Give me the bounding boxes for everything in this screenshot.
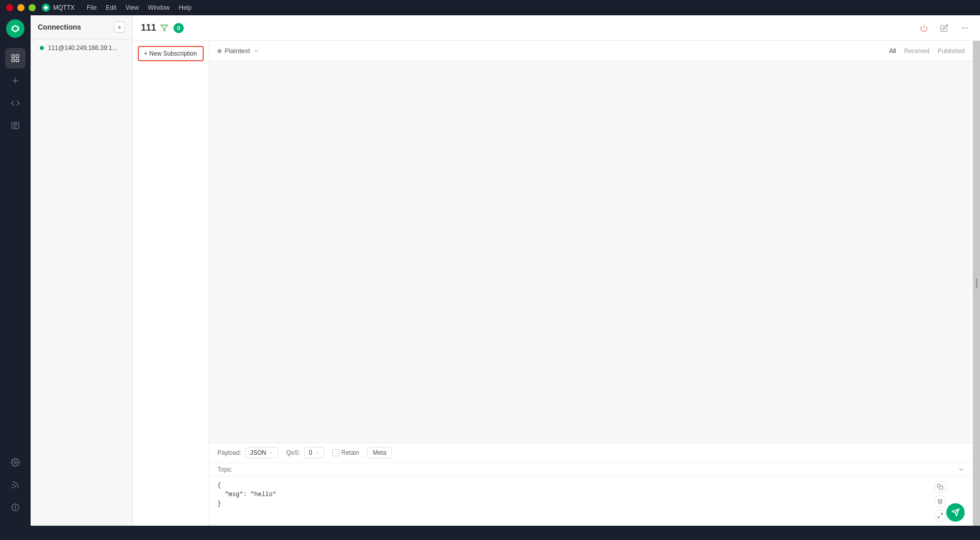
plaintext-selector[interactable]: Plaintext [217, 47, 259, 55]
topbar-actions [917, 21, 972, 35]
connections-panel: Connections + 111@140.249.186.39:1... [31, 15, 133, 526]
sidebar-settings-btn[interactable] [5, 452, 26, 473]
qos-value: 0 [309, 449, 312, 456]
menu-help[interactable]: Help [175, 3, 196, 12]
app-title: MQTTX [53, 4, 75, 11]
sidebar-add-btn[interactable] [5, 70, 26, 91]
sidebar-script-btn[interactable] [5, 93, 26, 113]
retain-checkbox-area: Retain [332, 449, 359, 456]
svg-rect-2 [12, 59, 14, 62]
logo-button[interactable] [6, 19, 24, 38]
right-panel-toggle[interactable] [973, 41, 980, 526]
svg-line-21 [938, 516, 940, 518]
minimize-button[interactable] [17, 4, 24, 11]
svg-rect-19 [940, 486, 943, 490]
maximize-button[interactable] [29, 4, 36, 11]
connections-title: Connections [38, 23, 81, 31]
qos-chevron-icon [314, 450, 320, 455]
qos-label: QoS: [286, 449, 300, 456]
messages-filter: All Received Published [889, 47, 965, 55]
sidebar-feed-btn[interactable] [5, 475, 26, 495]
message-area: + New Subscription Plaintext All Receive… [133, 41, 980, 526]
connection-title: 111 [141, 22, 156, 33]
more-options-button[interactable] [958, 21, 972, 35]
plaintext-chevron-icon [253, 48, 259, 54]
qos-selector[interactable]: 0 [304, 447, 324, 458]
menu-window[interactable]: Window [144, 3, 174, 12]
svg-point-11 [12, 487, 13, 488]
menu-edit[interactable]: Edit [102, 3, 120, 12]
plaintext-status-dot [217, 49, 222, 53]
payload-type-chevron-icon [268, 450, 274, 455]
messages-body [209, 61, 973, 443]
message-count-badge: 0 [174, 23, 184, 33]
content-topbar: 111 0 [133, 15, 980, 41]
compose-toolbar: Payload: JSON QoS: 0 [209, 443, 973, 463]
payload-type-value: JSON [250, 449, 266, 456]
svg-line-20 [941, 513, 943, 516]
meta-button[interactable]: Meta [367, 447, 392, 458]
filter-received[interactable]: Received [904, 47, 929, 55]
filter-published[interactable]: Published [938, 47, 965, 55]
compose-body-row [209, 477, 973, 526]
connections-header: Connections + [31, 15, 132, 39]
plaintext-label-text: Plaintext [225, 47, 250, 55]
payload-label: Payload: [217, 449, 241, 456]
disconnect-button[interactable] [917, 21, 931, 35]
clear-button[interactable] [934, 495, 946, 507]
subscriptions-panel: + New Subscription [133, 41, 209, 526]
expand-button[interactable] [934, 509, 946, 522]
message-input[interactable] [217, 481, 930, 508]
titlebar: MQTTX File Edit View Window Help [0, 0, 980, 15]
icon-sidebar [0, 15, 31, 526]
payload-type-selector[interactable]: JSON [246, 447, 278, 458]
sidebar-log-btn[interactable] [5, 115, 26, 136]
compose-body-actions [934, 481, 946, 522]
bottom-bar [0, 526, 980, 540]
filter-icon[interactable] [160, 24, 168, 32]
sidebar-connections-btn[interactable] [5, 48, 26, 68]
copy-button[interactable] [934, 481, 946, 493]
svg-rect-1 [16, 55, 19, 57]
sidebar-info-btn[interactable] [5, 497, 26, 518]
topic-input[interactable] [217, 466, 958, 473]
content-area: 111 0 [133, 15, 980, 526]
messages-panel: Plaintext All Received Published [209, 41, 973, 526]
svg-point-17 [964, 27, 966, 29]
svg-point-16 [962, 27, 963, 29]
connection-name: 111@140.249.186.39:1... [48, 44, 117, 52]
filter-all[interactable]: All [889, 47, 896, 55]
compose-topic-row [209, 463, 973, 477]
add-connection-button[interactable]: + [114, 21, 125, 33]
send-button[interactable] [946, 503, 965, 522]
app-logo [42, 4, 50, 12]
svg-point-18 [966, 27, 968, 29]
new-subscription-button[interactable]: + New Subscription [138, 46, 204, 61]
menu-file[interactable]: File [83, 3, 101, 12]
connection-status-dot [40, 46, 44, 50]
retain-checkbox[interactable] [332, 449, 339, 456]
menu-bar: File Edit View Window Help [83, 3, 195, 12]
edit-connection-button[interactable] [937, 21, 951, 35]
svg-rect-0 [12, 55, 14, 57]
menu-view[interactable]: View [121, 3, 143, 12]
svg-rect-3 [16, 59, 19, 62]
messages-topbar: Plaintext All Received Published [209, 41, 973, 61]
topic-chevron-icon [958, 466, 965, 473]
connection-item[interactable]: 111@140.249.186.39:1... [33, 40, 130, 56]
compose-area: Payload: JSON QoS: 0 [209, 443, 973, 526]
svg-point-10 [14, 461, 17, 464]
close-button[interactable] [6, 4, 13, 11]
toggle-line [976, 278, 977, 288]
retain-label: Retain [341, 449, 359, 456]
